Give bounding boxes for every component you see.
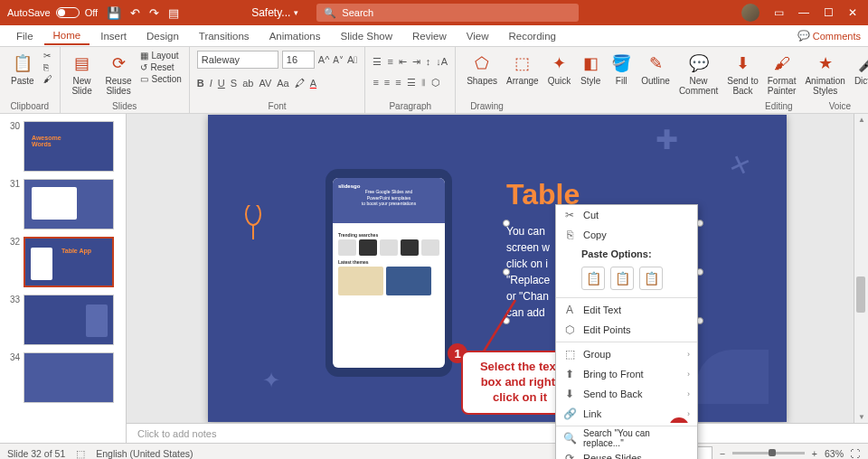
line-spacing-button[interactable]: ↕ (426, 56, 431, 68)
zoom-slider[interactable] (732, 452, 805, 454)
shadow-button[interactable]: ab (242, 78, 253, 89)
thumb-33[interactable]: 33 (0, 291, 126, 349)
zoom-level[interactable]: 63% (825, 448, 844, 459)
align-left-button[interactable]: ≡ (373, 77, 378, 89)
text-dir-button[interactable]: ↓A (436, 56, 448, 68)
undo-icon[interactable]: ↶ (130, 6, 140, 20)
highlight-button[interactable]: 🖍 (295, 78, 305, 89)
copy-button[interactable]: ⎘ (43, 62, 52, 72)
present-icon[interactable]: ▤ (168, 6, 179, 20)
font-name-select[interactable]: Raleway (197, 51, 278, 69)
tab-view[interactable]: View (458, 28, 498, 44)
tab-file[interactable]: File (7, 28, 42, 44)
scroll-up-icon[interactable]: ▲ (858, 116, 865, 124)
tab-recording[interactable]: Recording (500, 28, 565, 44)
slideshow-view-button[interactable] (696, 446, 712, 460)
align-right-button[interactable]: ≡ (395, 77, 401, 89)
paste-text-only[interactable]: 📋 (639, 267, 663, 290)
maximize-icon[interactable]: ☐ (824, 6, 834, 19)
spacing-button[interactable]: AV (259, 78, 271, 89)
smartart-button[interactable]: ⬡ (431, 77, 440, 89)
shapes-button[interactable]: ⬠Shapes (463, 51, 501, 88)
thumb-30[interactable]: 30 Awesome Words (0, 117, 126, 175)
font-size-select[interactable]: 16 (282, 51, 315, 69)
new-comment-button[interactable]: 💬New Comment (675, 51, 722, 98)
numbering-button[interactable]: ≡ (387, 56, 392, 68)
thumb-32[interactable]: 32 Table App (0, 233, 126, 291)
clear-format-button[interactable]: A⃠ (347, 54, 357, 65)
layout-button[interactable]: ▦ Layout (140, 51, 181, 61)
ctx-cut[interactable]: ✂Cut (556, 205, 697, 225)
ctx-search[interactable]: 🔍Search "You can replace..." (556, 428, 697, 448)
paste-keep-format[interactable]: 📋 (610, 267, 634, 290)
reuse-slides-button[interactable]: ⟳ Reuse Slides (102, 51, 136, 98)
ctx-edit-text[interactable]: AEdit Text (556, 300, 697, 320)
ribbon-mode-icon[interactable]: ▭ (774, 6, 784, 19)
indent-inc-button[interactable]: ⇥ (412, 56, 420, 68)
avatar[interactable] (741, 4, 760, 22)
thumb-31[interactable]: 31 (0, 175, 126, 233)
redo-icon[interactable]: ↷ (149, 6, 159, 20)
grow-font-button[interactable]: A^ (318, 54, 330, 65)
ctx-bring-front[interactable]: ⬆Bring to Front› (556, 364, 697, 384)
shrink-font-button[interactable]: A˅ (333, 55, 344, 65)
justify-button[interactable]: ☰ (407, 77, 416, 89)
format-painter-button[interactable]: 🖌 (43, 74, 52, 84)
notes-input[interactable]: Click to add notes (127, 423, 868, 443)
arrange-button[interactable]: ⬚Arrange (503, 51, 542, 88)
reset-button[interactable]: ↺ Reset (140, 62, 181, 72)
save-icon[interactable]: 💾 (107, 6, 121, 20)
case-button[interactable]: Aa (277, 78, 288, 89)
tab-transitions[interactable]: Transitions (190, 28, 259, 44)
dictate-label: Dictate (854, 76, 868, 86)
minimize-icon[interactable]: — (798, 6, 809, 19)
align-center-button[interactable]: ≡ (384, 77, 390, 89)
underline-button[interactable]: U (218, 78, 225, 89)
send-back-button[interactable]: ⬇Send to Back (723, 51, 761, 98)
zoom-out-button[interactable]: − (720, 448, 725, 459)
autosave-toggle[interactable] (56, 7, 80, 18)
font-color-button[interactable]: A (310, 78, 316, 89)
tab-review[interactable]: Review (403, 28, 456, 44)
italic-button[interactable]: I (210, 78, 212, 89)
bold-button[interactable]: B (197, 78, 204, 89)
thumb-34[interactable]: 34 (0, 349, 126, 407)
quick-button[interactable]: ✦Quick (544, 51, 575, 88)
strike-button[interactable]: S (231, 78, 237, 89)
indent-dec-button[interactable]: ⇤ (399, 56, 407, 68)
tab-animations[interactable]: Animations (260, 28, 330, 44)
columns-button[interactable]: ⫴ (421, 77, 426, 89)
style-button[interactable]: ◧Style (576, 51, 605, 88)
paste-button[interactable]: 📋 Paste (7, 51, 38, 88)
cut-button[interactable]: ✂ (43, 51, 52, 61)
close-icon[interactable]: ✕ (848, 6, 857, 19)
ctx-edit-points[interactable]: ⬡Edit Points (556, 320, 697, 340)
bullets-button[interactable]: ☰ (373, 56, 382, 68)
accessibility-icon[interactable]: ⬚ (76, 448, 85, 459)
ctx-send-back[interactable]: ⬇Send to Back› (556, 384, 697, 404)
zoom-in-button[interactable]: + (812, 448, 817, 459)
ctx-group[interactable]: ⬚Group› (556, 344, 697, 364)
search-input[interactable]: 🔍 Search (316, 4, 579, 22)
status-lang[interactable]: English (United States) (96, 448, 193, 459)
animation-styles-button[interactable]: ★Animation Styles (801, 51, 848, 98)
fit-window-button[interactable]: ⛶ (851, 448, 861, 459)
scrollbar-thumb[interactable] (856, 276, 865, 313)
format-painter-ribbon[interactable]: 🖌Format Painter (764, 51, 800, 98)
comments-button[interactable]: 💬 Comments (797, 30, 861, 42)
paste-dest-theme[interactable]: 📋 (581, 267, 605, 290)
chevron-down-icon[interactable]: ▾ (294, 8, 298, 17)
tab-design[interactable]: Design (137, 28, 188, 44)
dictate-button[interactable]: 🎤Dictate (851, 51, 868, 88)
vertical-scrollbar[interactable]: ▲ ▼ (854, 114, 868, 423)
section-button[interactable]: ▭ Section (140, 74, 181, 84)
tab-slideshow[interactable]: Slide Show (332, 28, 402, 44)
ctx-reuse[interactable]: ⟳Reuse Slides (556, 448, 697, 459)
tab-home[interactable]: Home (44, 27, 90, 45)
fill-button[interactable]: 🪣Fill (607, 51, 636, 88)
tab-insert[interactable]: Insert (91, 28, 136, 44)
ctx-copy[interactable]: ⎘Copy (556, 225, 697, 245)
outline-button[interactable]: ✎Outline (637, 51, 674, 88)
scroll-down-icon[interactable]: ▼ (858, 413, 865, 421)
new-slide-button[interactable]: ▤ New Slide (68, 51, 97, 98)
